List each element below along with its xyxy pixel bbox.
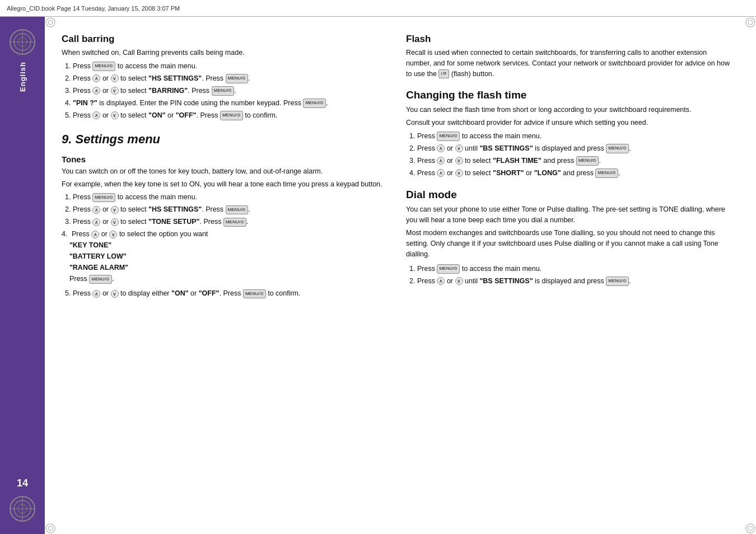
menu-btn-t3: MENU/⊙ xyxy=(223,218,246,227)
call-barring-step-3: Press ∧ or ∨ to select "BARRING". Press … xyxy=(73,85,389,96)
menu-btn-f1: MENU/⊙ xyxy=(437,132,460,141)
menu-btn-t4b: MENU/⊙ xyxy=(89,275,112,284)
down-t4: ∨ xyxy=(109,231,117,238)
page-number: 14 xyxy=(17,477,28,489)
up-t3: ∧ xyxy=(92,218,100,226)
down-f3: ∨ xyxy=(455,157,463,165)
menu-btn-f4: MENU/⊙ xyxy=(595,168,618,178)
down-f4: ∨ xyxy=(455,169,463,177)
down-arrow-icon: ∨ xyxy=(111,74,119,82)
menu-btn-d2: MENU/⊙ xyxy=(606,277,629,286)
tones-step-2: Press ∧ or ∨ to select "HS SETTINGS". Pr… xyxy=(73,204,389,215)
menu-btn-f2: MENU/⊙ xyxy=(606,144,629,153)
dial-mode-title: Dial mode xyxy=(406,189,734,201)
tones-step-1: Press MENU/⊙ to access the main menu. xyxy=(73,191,389,203)
changing-flash-intro-2: Consult your switchboard provider for ad… xyxy=(406,118,734,128)
flash-steps: Press MENU/⊙ to access the main menu. Pr… xyxy=(406,130,734,179)
tones-step-5: Press ∧ or ∨ to display either "ON" or "… xyxy=(73,288,389,299)
menu-button-icon: MENU/⊙ xyxy=(92,62,115,71)
changing-flash-intro-1: You can select the flash time from short… xyxy=(406,105,734,115)
corner-decoration-top xyxy=(8,28,36,56)
up-t4: ∧ xyxy=(91,231,99,238)
menu-btn-t5: MENU/⊙ xyxy=(243,289,266,299)
flash-step-1: Press MENU/⊙ to access the main menu. xyxy=(417,130,734,142)
down-d2: ∨ xyxy=(455,277,463,285)
right-column: Flash Recall is used when connected to c… xyxy=(406,34,734,517)
flash-step-4: Press ∧ or ∨ to select "SHORT" or "LONG"… xyxy=(417,167,734,179)
tones-title: Tones xyxy=(62,154,389,164)
menu-btn-t1: MENU/⊙ xyxy=(92,193,115,203)
page-info: Allegro_CID.book Page 14 Tuesday, Januar… xyxy=(7,5,180,12)
call-barring-step-5: Press ∧ or ∨ to select "ON" or "OFF". Pr… xyxy=(73,110,389,121)
tones-intro-1: You can switch on or off the tones for k… xyxy=(62,166,389,177)
call-barring-step-4: "PIN ?" is displayed. Enter the PIN code… xyxy=(73,97,389,109)
main-content: Call barring When switched on, Call Barr… xyxy=(45,17,756,534)
menu-button-icon-2: MENU/⊙ xyxy=(226,74,249,83)
up-arrow-icon-3: ∧ xyxy=(92,111,100,119)
call-barring-step-1: Press MENU/⊙ to access the main menu. xyxy=(73,60,389,72)
down-t3: ∨ xyxy=(111,218,119,226)
sidebar: English 14 xyxy=(0,17,45,534)
menu-button-icon-3: MENU/⊙ xyxy=(212,86,235,96)
down-f2: ∨ xyxy=(455,144,463,152)
up-d2: ∧ xyxy=(437,277,445,285)
changing-flash-time-title: Changing the flash time xyxy=(406,89,734,101)
tones-intro-2: For example, when the key tone is set to… xyxy=(62,179,389,190)
flash-title: Flash xyxy=(406,34,734,45)
tones-step-3: Press ∧ or ∨ to select "TONE SETUP". Pre… xyxy=(73,216,389,227)
call-barring-step-2: Press ∧ or ∨ to select "HS SETTINGS". Pr… xyxy=(73,73,389,84)
sidebar-top: English xyxy=(8,28,36,92)
tones-step-4: 4. Press ∧ or ∨ to select the option you… xyxy=(62,228,389,284)
dial-mode-step-2: Press ∧ or ∨ until "BS SETTINGS" is disp… xyxy=(417,275,734,287)
corner-decoration-bottom xyxy=(8,495,36,523)
tones-steps: Press MENU/⊙ to access the main menu. Pr… xyxy=(62,191,389,284)
up-f2: ∧ xyxy=(437,144,445,152)
left-column: Call barring When switched on, Call Barr… xyxy=(62,34,389,517)
dial-mode-intro-1: You can set your phone to use either Ton… xyxy=(406,204,734,226)
menu-btn-t2: MENU/⊙ xyxy=(226,205,249,215)
flash-intro: Recall is used when connected to certain… xyxy=(406,48,734,79)
down-arrow-icon-2: ∨ xyxy=(111,87,119,95)
up-f3: ∧ xyxy=(437,157,445,165)
up-f4: ∧ xyxy=(437,169,445,177)
flash-step-3: Press ∧ or ∨ to select "FLASH TIME" and … xyxy=(417,155,734,166)
menu-button-icon-5: MENU/⊙ xyxy=(220,111,243,120)
dial-mode-step-1: Press MENU/⊙ to access the main menu. xyxy=(417,263,734,274)
top-bar: Allegro_CID.book Page 14 Tuesday, Januar… xyxy=(0,0,756,17)
up-arrow-icon: ∧ xyxy=(92,74,100,82)
flash-step-2: Press ∧ or ∨ until "BS SETTINGS" is disp… xyxy=(417,143,734,154)
call-barring-title: Call barring xyxy=(62,34,389,45)
menu-btn-d1: MENU/⊙ xyxy=(437,264,460,274)
up-arrow-icon-2: ∧ xyxy=(92,87,100,95)
menu-btn-f3: MENU/⊙ xyxy=(576,156,599,166)
down-arrow-icon-3: ∨ xyxy=(111,111,119,119)
dial-mode-intro-2: Most modern exchanges and switchboards u… xyxy=(406,228,734,259)
flash-button-icon: i ⟳ xyxy=(438,69,449,78)
down-t5: ∨ xyxy=(111,290,119,298)
call-barring-intro: When switched on, Call Barring prevents … xyxy=(62,48,389,58)
menu-button-icon-4: MENU/⊙ xyxy=(303,99,326,108)
call-barring-steps: Press MENU/⊙ to access the main menu. Pr… xyxy=(62,60,389,121)
up-t5: ∧ xyxy=(92,290,100,298)
settings-menu-title: 9. Settings menu xyxy=(62,132,389,147)
down-t2: ∨ xyxy=(111,206,119,214)
sidebar-language-label: English xyxy=(18,62,27,92)
dial-mode-steps: Press MENU/⊙ to access the main menu. Pr… xyxy=(406,263,734,287)
up-t2: ∧ xyxy=(92,206,100,214)
tones-steps-2: Press ∧ or ∨ to display either "ON" or "… xyxy=(62,288,389,299)
sidebar-bottom: 14 xyxy=(8,477,36,523)
